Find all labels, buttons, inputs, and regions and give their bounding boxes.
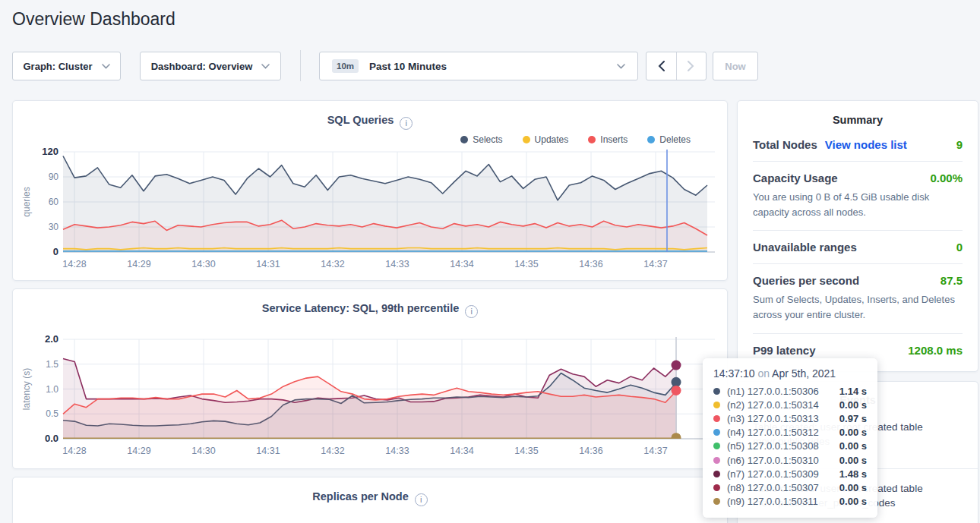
svg-text:0.0: 0.0 bbox=[45, 433, 58, 444]
node-color-dot-icon bbox=[713, 457, 720, 464]
svg-text:14:30: 14:30 bbox=[191, 446, 215, 456]
svg-text:14:37: 14:37 bbox=[643, 259, 667, 269]
svg-text:14:29: 14:29 bbox=[127, 446, 150, 456]
svg-text:14:37: 14:37 bbox=[643, 446, 667, 456]
chevron-left-icon bbox=[658, 61, 665, 71]
summary-label: P99 latency bbox=[753, 344, 816, 357]
svg-text:14:33: 14:33 bbox=[385, 259, 409, 269]
tooltip-rows: (n1) 127.0.0.1:503061.14 s(n2) 127.0.0.1… bbox=[713, 384, 867, 509]
tooltip-node-row: (n7) 127.0.0.1:503091.48 s bbox=[713, 467, 867, 480]
svg-text:14:28: 14:28 bbox=[62, 259, 86, 269]
summary-subtext: You are using 0 B of 4.5 GiB usable disk… bbox=[753, 190, 963, 220]
tooltip-date: Apr 5th, 2021 bbox=[772, 367, 836, 380]
tooltip-node-row: (n2) 127.0.0.1:503140.00 s bbox=[713, 398, 867, 411]
node-color-dot-icon bbox=[713, 402, 720, 408]
time-range-dropdown[interactable]: 10m Past 10 Minutes bbox=[319, 52, 638, 80]
chart-hover-tooltip: 14:37:10 on Apr 5th, 2021 (n1) 127.0.0.1… bbox=[703, 358, 877, 518]
summary-row-top: Unavailable ranges0 bbox=[753, 241, 963, 254]
tooltip-node-value: 0.00 s bbox=[839, 427, 867, 438]
svg-text:2.0: 2.0 bbox=[45, 333, 58, 345]
tooltip-node-value: 0.00 s bbox=[839, 399, 867, 411]
tooltip-header: 14:37:10 on Apr 5th, 2021 bbox=[713, 367, 867, 380]
time-range-badge: 10m bbox=[332, 59, 359, 73]
page-title: Overview Dashboard bbox=[12, 9, 175, 30]
graph-dropdown-label: Graph: Cluster bbox=[23, 61, 92, 72]
summary-label: Total Nodes bbox=[753, 138, 817, 151]
tooltip-node-row: (n6) 127.0.0.1:503100.00 s bbox=[713, 453, 867, 467]
tooltip-node-value: 0.00 s bbox=[839, 496, 867, 507]
svg-text:14:32: 14:32 bbox=[321, 446, 344, 456]
svg-text:60: 60 bbox=[49, 197, 59, 207]
sql-queries-chart[interactable]: 14:2814:2914:3014:3114:3214:3314:3414:35… bbox=[13, 101, 729, 282]
summary-value: 87.5 bbox=[940, 274, 963, 287]
graph-dropdown[interactable]: Graph: Cluster bbox=[12, 52, 121, 80]
svg-text:queries: queries bbox=[21, 187, 32, 216]
tooltip-node-value: 1.14 s bbox=[839, 386, 867, 397]
controls-divider bbox=[300, 50, 301, 81]
node-color-dot-icon bbox=[713, 443, 720, 449]
time-next-button[interactable] bbox=[676, 52, 707, 80]
svg-text:14:31: 14:31 bbox=[256, 259, 280, 269]
tooltip-node-row: (n9) 127.0.0.1:503110.00 s bbox=[713, 495, 867, 509]
view-nodes-list-link[interactable]: View nodes list bbox=[825, 138, 907, 151]
node-color-dot-icon bbox=[713, 484, 720, 491]
summary-value: 9 bbox=[956, 138, 963, 151]
svg-text:14:30: 14:30 bbox=[191, 259, 215, 269]
info-icon[interactable]: i bbox=[415, 493, 428, 506]
dashboard-dropdown[interactable]: Dashboard: Overview bbox=[140, 52, 281, 80]
time-prev-button[interactable] bbox=[646, 52, 676, 80]
svg-text:14:36: 14:36 bbox=[579, 259, 602, 269]
tooltip-node-value: 0.00 s bbox=[839, 455, 867, 466]
svg-text:1.0: 1.0 bbox=[46, 384, 58, 395]
tooltip-node-address: (n3) 127.0.0.1:50313 bbox=[727, 413, 819, 424]
svg-text:14:34: 14:34 bbox=[450, 259, 473, 269]
tooltip-node-address: (n1) 127.0.0.1:50306 bbox=[727, 386, 819, 397]
svg-text:14:29: 14:29 bbox=[127, 259, 150, 269]
summary-row: Capacity Usage0.00%You are using 0 B of … bbox=[753, 161, 963, 230]
svg-text:14:35: 14:35 bbox=[514, 259, 538, 269]
now-button[interactable]: Now bbox=[713, 52, 758, 80]
summary-panel: Summary Total NodesView nodes list9Capac… bbox=[737, 100, 978, 372]
svg-text:0: 0 bbox=[53, 246, 58, 257]
summary-row-top: Capacity Usage0.00% bbox=[753, 172, 963, 184]
svg-text:14:28: 14:28 bbox=[62, 446, 86, 456]
summary-label: Unavailable ranges bbox=[753, 241, 857, 254]
tooltip-node-address: (n4) 127.0.0.1:50312 bbox=[727, 427, 819, 438]
tooltip-time: 14:37:10 bbox=[713, 367, 755, 380]
summary-value: 0 bbox=[956, 241, 963, 254]
chevron-right-icon bbox=[688, 61, 694, 71]
summary-row-top: Total NodesView nodes list9 bbox=[753, 138, 963, 151]
tooltip-node-address: (n8) 127.0.0.1:50307 bbox=[727, 482, 819, 493]
summary-label: Capacity Usage bbox=[753, 172, 838, 184]
tooltip-node-row: (n3) 127.0.0.1:503130.97 s bbox=[713, 411, 867, 425]
tooltip-node-value: 0.97 s bbox=[839, 413, 867, 424]
tooltip-node-address: (n7) 127.0.0.1:50309 bbox=[727, 468, 819, 480]
svg-text:1.5: 1.5 bbox=[46, 359, 58, 370]
node-color-dot-icon bbox=[713, 498, 720, 505]
node-color-dot-icon bbox=[713, 429, 720, 436]
chevron-down-icon bbox=[261, 64, 270, 69]
summary-value: 1208.0 ms bbox=[908, 344, 963, 357]
sql-queries-panel: SQL Queriesi SelectsUpdatesInsertsDelete… bbox=[12, 100, 728, 281]
svg-text:14:32: 14:32 bbox=[321, 259, 344, 269]
summary-row-top: Queries per second87.5 bbox=[753, 274, 963, 287]
tooltip-node-row: (n5) 127.0.0.1:503080.00 s bbox=[713, 440, 867, 453]
svg-text:30: 30 bbox=[49, 222, 59, 232]
summary-row-top: P99 latency1208.0 ms bbox=[753, 344, 963, 357]
chart-title: Replicas per Node bbox=[312, 490, 409, 503]
tooltip-node-address: (n6) 127.0.0.1:50310 bbox=[727, 455, 819, 466]
overview-dashboard-page: Overview Dashboard Graph: Cluster Dashbo… bbox=[0, 0, 980, 523]
summary-row: Unavailable ranges0 bbox=[753, 230, 963, 263]
service-latency-panel: Service Latency: SQL, 99th percentilei 1… bbox=[12, 288, 728, 469]
tooltip-node-address: (n2) 127.0.0.1:50314 bbox=[727, 399, 819, 411]
summary-row: Queries per second87.5Sum of Selects, Up… bbox=[753, 263, 963, 332]
tooltip-node-row: (n8) 127.0.0.1:503070.00 s bbox=[713, 480, 867, 494]
summary-title: Summary bbox=[753, 101, 963, 128]
summary-label: Queries per second bbox=[753, 274, 859, 287]
tooltip-node-address: (n5) 127.0.0.1:50308 bbox=[727, 440, 819, 452]
chevron-down-icon bbox=[102, 64, 110, 69]
tooltip-node-value: 0.00 s bbox=[839, 440, 867, 452]
svg-text:14:34: 14:34 bbox=[450, 446, 473, 456]
dashboard-dropdown-label: Dashboard: Overview bbox=[151, 61, 253, 72]
service-latency-chart[interactable]: 14:2814:2914:3014:3114:3214:3314:3414:35… bbox=[13, 289, 729, 470]
